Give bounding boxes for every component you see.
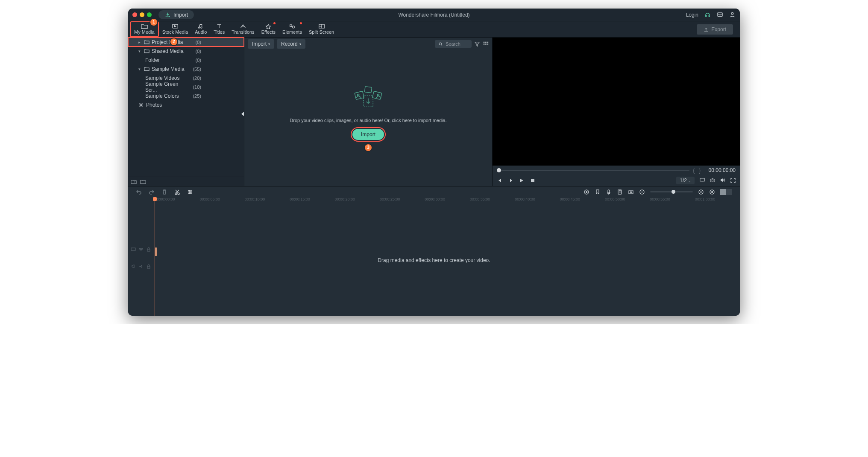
- sidebar-item[interactable]: Photos: [128, 100, 244, 109]
- prev-frame-icon[interactable]: [497, 178, 502, 183]
- visibility-icon[interactable]: [138, 247, 144, 252]
- sidebar-item[interactable]: Folder(0): [128, 55, 244, 64]
- chevron-icon[interactable]: ▾: [138, 67, 142, 71]
- ruler-mark: 00:00:30:00: [425, 197, 469, 205]
- sidebar-item-count: (25): [193, 93, 240, 99]
- folder-icon[interactable]: [140, 179, 146, 184]
- tab-stock-media[interactable]: Stock Media: [159, 21, 192, 37]
- tab-label: Titles: [214, 29, 225, 35]
- preview-display-icon[interactable]: [700, 178, 705, 183]
- timeline-playhead[interactable]: [155, 197, 155, 316]
- sidebar-item-count: (0): [196, 40, 240, 45]
- audio-track-header[interactable]: [128, 264, 153, 269]
- marker-icon[interactable]: [595, 189, 601, 195]
- stock-media-icon: [172, 23, 179, 29]
- tab-label: Audio: [195, 29, 207, 35]
- mute-icon[interactable]: [138, 264, 144, 269]
- crop-icon[interactable]: [628, 189, 634, 195]
- media-sidebar: ▸Project Media(0)2▾Shared Media(0)Folder…: [128, 38, 244, 186]
- close-window[interactable]: [132, 12, 137, 17]
- svg-rect-22: [531, 179, 534, 182]
- delete-icon[interactable]: [161, 189, 167, 195]
- minimize-window[interactable]: [140, 12, 144, 17]
- new-folder-icon[interactable]: [131, 179, 137, 184]
- export-label: Export: [711, 26, 726, 32]
- tab-audio[interactable]: Audio: [191, 21, 210, 37]
- chevron-icon[interactable]: ▾: [138, 49, 142, 53]
- timeline-body[interactable]: Drag media and effects here to create yo…: [128, 205, 740, 316]
- folder-icon: [144, 67, 150, 71]
- search-input[interactable]: Search: [435, 40, 472, 48]
- collapse-sidebar-icon[interactable]: [241, 112, 244, 116]
- grid-view-icon[interactable]: [483, 41, 489, 47]
- sidebar-item-label: Sample Colors: [145, 93, 179, 99]
- import-dropdown[interactable]: Import▾: [248, 39, 274, 49]
- lock-icon[interactable]: [146, 264, 151, 269]
- svg-rect-43: [147, 266, 150, 268]
- undo-icon[interactable]: [136, 189, 142, 195]
- transitions-icon: [240, 23, 246, 29]
- user-icon[interactable]: [729, 12, 736, 18]
- message-icon[interactable]: [717, 12, 723, 18]
- redo-icon[interactable]: [149, 189, 155, 195]
- maximize-window[interactable]: [147, 12, 152, 17]
- zoom-fit-icon[interactable]: [709, 189, 715, 195]
- video-track-header[interactable]: [128, 247, 153, 252]
- tab-elements[interactable]: Elements: [279, 21, 305, 37]
- sidebar-item[interactable]: Sample Colors(25): [128, 91, 244, 100]
- mixer-icon[interactable]: [617, 189, 623, 195]
- timeline-view-toggle[interactable]: [720, 189, 732, 195]
- titlebar-import-button[interactable]: Import: [158, 10, 194, 19]
- tab-transitions[interactable]: Transitions: [228, 21, 258, 37]
- volume-icon[interactable]: [720, 178, 725, 183]
- sidebar-item-label: Project Media: [152, 39, 183, 45]
- svg-point-28: [189, 190, 190, 191]
- preview-scrub-knob[interactable]: [497, 168, 501, 172]
- snapshot-icon[interactable]: [710, 178, 715, 183]
- zoom-knob[interactable]: [672, 190, 675, 194]
- lock-icon[interactable]: [146, 247, 151, 252]
- sidebar-item[interactable]: ▾Sample Media(55): [128, 64, 244, 73]
- sidebar-item-count: (55): [193, 67, 240, 72]
- headset-icon[interactable]: [704, 12, 711, 18]
- ruler-mark: 00:00:45:00: [560, 197, 605, 205]
- login-link[interactable]: Login: [686, 12, 698, 18]
- svg-rect-40: [131, 248, 135, 250]
- zoom-in-icon[interactable]: [698, 189, 704, 195]
- preview-mark-brackets: {}: [693, 167, 705, 174]
- fullscreen-icon[interactable]: [730, 178, 736, 183]
- tab-label: My Media: [134, 29, 155, 35]
- sidebar-bottom-bar: [128, 177, 244, 186]
- preview-ratio-select[interactable]: 1/2 ⌄: [676, 177, 695, 184]
- media-drop-area[interactable]: Drop your video clips, images, or audio …: [244, 50, 492, 186]
- tab-label: Elements: [282, 29, 302, 35]
- tab-split-screen[interactable]: Split Screen: [305, 21, 337, 37]
- import-media-button[interactable]: Import: [352, 129, 384, 140]
- play-icon[interactable]: [519, 178, 524, 183]
- voiceover-icon[interactable]: [606, 189, 612, 195]
- render-icon[interactable]: [584, 189, 589, 195]
- sidebar-item[interactable]: Sample Green Scr...(10): [128, 82, 244, 91]
- svg-rect-24: [710, 179, 715, 182]
- ruler-mark: 00:00:20:00: [335, 197, 380, 205]
- sidebar-item[interactable]: ▸Project Media(0)2: [128, 38, 244, 47]
- record-dropdown[interactable]: Record▾: [277, 39, 305, 49]
- preview-video[interactable]: [493, 38, 740, 166]
- cut-icon[interactable]: [174, 189, 180, 195]
- timeline-ruler[interactable]: 00:00:00:0000:00:05:0000:00:10:0000:00:1…: [128, 197, 740, 205]
- filter-icon[interactable]: [474, 41, 480, 47]
- preview-scrub-track[interactable]: [497, 170, 689, 171]
- edit-tools-icon[interactable]: [187, 189, 193, 195]
- zoom-out-icon[interactable]: [639, 189, 645, 195]
- gear-icon: [138, 102, 144, 107]
- step-back-icon[interactable]: [508, 178, 513, 183]
- stop-icon[interactable]: [530, 178, 535, 183]
- export-button[interactable]: Export: [697, 24, 733, 35]
- tab-effects[interactable]: Effects: [258, 21, 279, 37]
- zoom-slider[interactable]: [650, 191, 693, 192]
- record-dd-label: Record: [281, 41, 298, 47]
- sidebar-item[interactable]: ▾Shared Media(0): [128, 47, 244, 55]
- tab-titles[interactable]: Titles: [210, 21, 228, 37]
- ruler-mark: 00:00:05:00: [199, 197, 244, 205]
- chevron-icon[interactable]: ▸: [138, 40, 142, 44]
